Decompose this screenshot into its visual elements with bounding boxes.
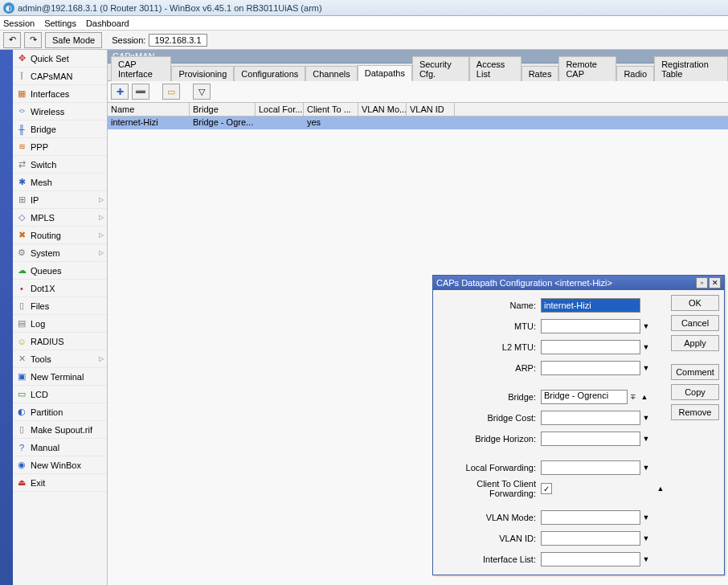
vlan-mode-field[interactable] bbox=[541, 510, 640, 525]
copy-button[interactable]: Copy bbox=[671, 384, 719, 400]
local-fwd-toggle-icon[interactable]: ▼ bbox=[640, 464, 652, 472]
sidebar-item-system[interactable]: ⚙System▷ bbox=[13, 244, 107, 262]
sidebar-item-capsman[interactable]: ĬCAPsMAN bbox=[13, 68, 107, 85]
sidebar-item-mesh[interactable]: ✱Mesh bbox=[13, 174, 107, 191]
sidebar-item-make-supout-rif[interactable]: ▯Make Supout.rif bbox=[13, 421, 107, 439]
comment-button[interactable]: ▭ bbox=[162, 84, 180, 100]
col-local[interactable]: Local For... bbox=[256, 103, 304, 116]
sidebar-item-ppp[interactable]: ≋PPP bbox=[13, 138, 107, 156]
session-ip[interactable]: 192.168.3.1 bbox=[149, 34, 207, 47]
sidebar-item-label: LCD bbox=[31, 390, 48, 399]
l2mtu-toggle-icon[interactable]: ▼ bbox=[640, 343, 652, 351]
chevron-right-icon: ▷ bbox=[99, 214, 104, 221]
sidebar-item-bridge[interactable]: ╫Bridge bbox=[13, 121, 107, 138]
iface-list-field[interactable] bbox=[541, 552, 640, 567]
tab-datapaths[interactable]: Datapaths bbox=[358, 65, 412, 81]
mtu-toggle-icon[interactable]: ▼ bbox=[640, 322, 652, 330]
tab-registration-table[interactable]: Registration Table bbox=[654, 56, 728, 81]
sidebar-item-routing[interactable]: ✖Routing▷ bbox=[13, 227, 107, 244]
sidebar-item-manual[interactable]: ?Manual bbox=[13, 439, 107, 456]
menu-session[interactable]: Session bbox=[3, 18, 35, 28]
local-fwd-field[interactable] bbox=[541, 460, 640, 475]
l2mtu-field[interactable] bbox=[541, 340, 640, 354]
bridge-cost-field[interactable] bbox=[541, 411, 640, 425]
sidebar-item-exit[interactable]: ⏏Exit bbox=[13, 474, 107, 492]
iface-list-toggle-icon[interactable]: ▼ bbox=[640, 555, 652, 563]
dialog-title-bar[interactable]: CAPs Datapath Configuration <internet-Hi… bbox=[433, 276, 724, 290]
sidebar-icon: ⚙ bbox=[16, 248, 27, 259]
bridge-dropdown-icon[interactable]: ∓ bbox=[628, 393, 639, 401]
sidebar-icon: ▯ bbox=[16, 301, 27, 312]
col-vlanm[interactable]: VLAN Mo... bbox=[358, 103, 407, 116]
undo-button[interactable]: ↶ bbox=[3, 32, 21, 48]
ok-button[interactable]: OK bbox=[671, 295, 719, 311]
tab-rates[interactable]: Rates bbox=[521, 66, 559, 81]
cell-bridge: Bridge - Ogre... bbox=[190, 117, 256, 129]
sidebar-item-lcd[interactable]: ▭LCD bbox=[13, 386, 107, 403]
arp-toggle-icon[interactable]: ▼ bbox=[640, 364, 652, 372]
tab-channels[interactable]: Channels bbox=[305, 66, 357, 81]
col-name[interactable]: Name bbox=[108, 103, 190, 116]
label-vlan-id: VLAN ID: bbox=[438, 534, 541, 543]
sidebar-item-partition[interactable]: ◐Partition bbox=[13, 403, 107, 421]
arp-field[interactable] bbox=[541, 361, 640, 375]
sidebar-item-quick-set[interactable]: ✥Quick Set bbox=[13, 50, 107, 68]
sidebar-item-label: Bridge bbox=[31, 125, 56, 134]
client-fwd-checkbox[interactable]: ✓ bbox=[541, 483, 552, 494]
sidebar-item-files[interactable]: ▯Files bbox=[13, 297, 107, 315]
table-row[interactable]: internet-Hizi Bridge - Ogre... yes bbox=[108, 117, 728, 129]
sidebar-item-queues[interactable]: ☁Queues bbox=[13, 262, 107, 280]
bridge-field[interactable]: Bridge - Ogrenci bbox=[541, 390, 628, 404]
sidebar-item-wireless[interactable]: ⌔Wireless bbox=[13, 103, 107, 121]
sidebar-item-dot1x[interactable]: •Dot1X bbox=[13, 280, 107, 297]
close-icon[interactable]: ✕ bbox=[709, 277, 721, 288]
name-field[interactable] bbox=[541, 298, 640, 313]
sidebar-item-label: Routing bbox=[31, 231, 61, 240]
tab-radio[interactable]: Radio bbox=[616, 66, 654, 81]
minimize-icon[interactable]: ▫ bbox=[696, 277, 708, 288]
comment-button[interactable]: Comment bbox=[671, 364, 719, 380]
menu-dashboard[interactable]: Dashboard bbox=[86, 18, 129, 28]
remove-button[interactable]: Remove bbox=[671, 404, 719, 420]
vlan-id-field[interactable] bbox=[541, 531, 640, 546]
col-vlanid[interactable]: VLAN ID bbox=[407, 103, 455, 116]
sidebar-icon: ⊞ bbox=[16, 194, 27, 206]
tab-security-cfg-[interactable]: Security Cfg. bbox=[412, 56, 469, 81]
col-bridge[interactable]: Bridge bbox=[190, 103, 256, 116]
dialog-buttons: OK Cancel Apply Comment Copy Remove bbox=[671, 295, 719, 570]
sidebar-item-log[interactable]: ▤Log bbox=[13, 315, 107, 333]
bridge-toggle-icon[interactable]: ▲ bbox=[639, 393, 650, 401]
vlan-id-toggle-icon[interactable]: ▼ bbox=[640, 534, 652, 542]
sidebar-item-tools[interactable]: ✕Tools▷ bbox=[13, 350, 107, 368]
tab-provisioning[interactable]: Provisioning bbox=[171, 66, 234, 81]
sidebar-item-mpls[interactable]: ◇MPLS▷ bbox=[13, 209, 107, 227]
tab-configurations[interactable]: Configurations bbox=[234, 66, 305, 81]
sidebar-item-interfaces[interactable]: ▦Interfaces bbox=[13, 85, 107, 103]
bridge-horizon-toggle-icon[interactable]: ▼ bbox=[640, 435, 652, 443]
add-button[interactable]: ✚ bbox=[111, 84, 129, 100]
client-fwd-toggle-icon[interactable]: ▲ bbox=[655, 485, 666, 493]
bridge-cost-toggle-icon[interactable]: ▼ bbox=[640, 414, 652, 422]
bridge-horizon-field[interactable] bbox=[541, 432, 640, 446]
tab-cap-interface[interactable]: CAP Interface bbox=[111, 56, 171, 81]
sidebar-item-switch[interactable]: ⇄Switch bbox=[13, 156, 107, 174]
sidebar-item-ip[interactable]: ⊞IP▷ bbox=[13, 191, 107, 209]
col-client[interactable]: Client To ... bbox=[304, 103, 358, 116]
safe-mode-button[interactable]: Safe Mode bbox=[45, 32, 102, 48]
sidebar-item-label: MPLS bbox=[31, 213, 55, 223]
tab-access-list[interactable]: Access List bbox=[469, 56, 521, 81]
sidebar-item-label: Switch bbox=[31, 160, 56, 170]
tab-remote-cap[interactable]: Remote CAP bbox=[558, 56, 616, 81]
sidebar-item-new-terminal[interactable]: ▣New Terminal bbox=[13, 368, 107, 386]
vlan-mode-toggle-icon[interactable]: ▼ bbox=[640, 513, 652, 522]
sidebar-item-radius[interactable]: ☺RADIUS bbox=[13, 333, 107, 350]
mtu-field[interactable] bbox=[541, 319, 640, 333]
filter-button[interactable]: ▽ bbox=[193, 84, 211, 100]
sidebar-item-new-winbox[interactable]: ◉New WinBox bbox=[13, 456, 107, 474]
sidebar-item-label: Mesh bbox=[31, 178, 52, 187]
menu-settings[interactable]: Settings bbox=[44, 18, 76, 28]
cancel-button[interactable]: Cancel bbox=[671, 315, 719, 331]
apply-button[interactable]: Apply bbox=[671, 335, 719, 351]
remove-button[interactable]: ➖ bbox=[132, 84, 149, 100]
redo-button[interactable]: ↷ bbox=[24, 32, 42, 48]
